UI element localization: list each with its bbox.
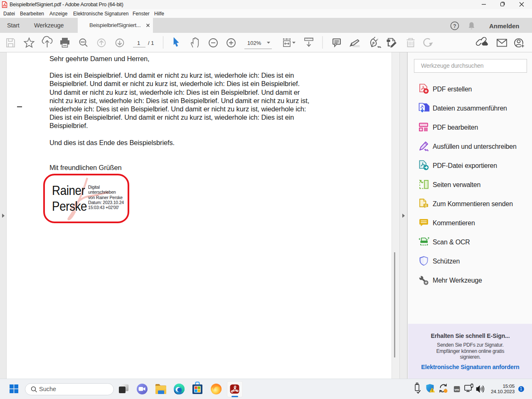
svg-text:?: ? [453,23,456,29]
svg-text:1: 1 [137,40,140,46]
svg-text:102%: 102% [247,40,261,46]
svg-text:vm: vm [454,388,459,392]
svg-text:/ 1: / 1 [148,40,154,46]
